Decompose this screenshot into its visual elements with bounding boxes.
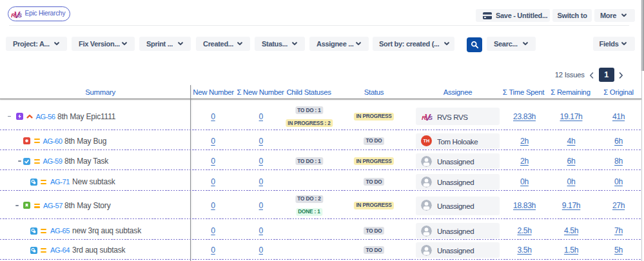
svg-text:S: S: [17, 12, 21, 19]
svg-text:S: S: [428, 114, 432, 121]
